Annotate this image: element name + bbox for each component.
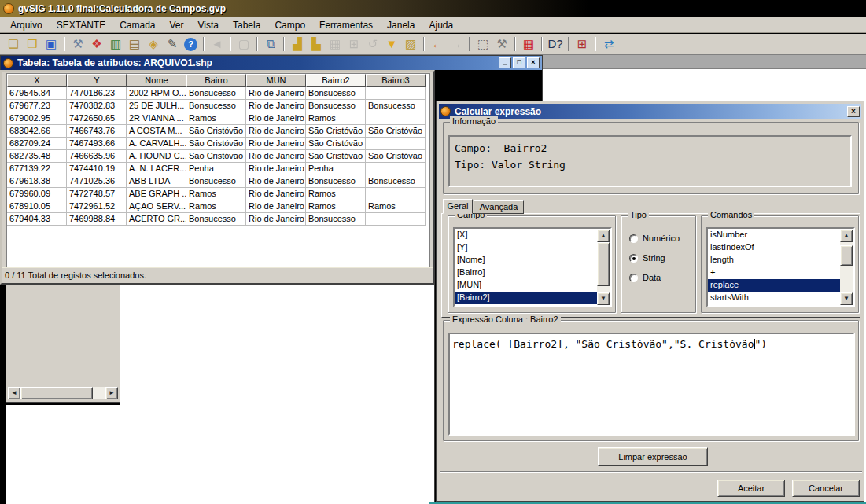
dialog-close-button[interactable]: × [847,106,860,117]
scroll-thumb[interactable] [20,387,93,399]
table-cell[interactable]: 7470186.23 [67,87,127,100]
table-cell[interactable]: 679404.33 [7,213,67,226]
table-cell[interactable]: Ramos [306,188,366,200]
table-cell[interactable]: Bonsucesso [186,213,246,226]
table-cell[interactable]: 7471025.36 [67,175,127,188]
radio-option-data[interactable]: Data [629,273,661,282]
table-cell[interactable]: 7469988.84 [67,213,127,226]
cancelar-button[interactable]: Cancelar [792,480,860,497]
scroll-right-button[interactable]: ► [105,387,118,399]
manage-fields-icon[interactable]: ▦ [520,36,537,52]
table-cell[interactable]: Bonsucesso [306,100,366,112]
scroll-up-button[interactable]: ▲ [597,230,610,242]
sync-layers-icon[interactable]: ⇄ [600,36,617,52]
refresh-icon[interactable]: ↺ [364,36,381,52]
table-cell[interactable]: Bonsucesso [366,100,426,112]
sextante-console-icon[interactable]: ▥ [107,36,124,52]
table-window-titlebar[interactable]: Tabela: Tabela de atributos: ARQUIVO1.sh… [0,55,543,70]
table-cell[interactable]: 2002 RPM O... [127,87,186,100]
table-cell[interactable]: Rio de Janeiro [246,213,306,226]
table-cell[interactable]: São Cristóvão [186,125,246,138]
table-cell[interactable] [366,87,426,100]
column-header-bairro3[interactable]: Bairro3 [366,74,426,87]
scroll-thumb[interactable] [840,245,853,266]
radio-option-string[interactable]: String [629,253,665,263]
close-button[interactable]: × [527,57,540,68]
table-cell[interactable]: 682735.48 [7,150,67,163]
table-cell[interactable]: 7466743.76 [67,125,127,138]
table-cell[interactable]: Ramos [186,112,246,125]
minimize-button[interactable]: _ [499,57,511,68]
table-cell[interactable]: São Cristóvão [366,125,426,138]
radio-button-icon[interactable] [629,234,638,243]
table-cell[interactable]: Ramos [186,188,246,200]
menu-item-arquivo[interactable]: Arquivo [3,19,50,31]
expression-textarea[interactable]: replace( [Bairro2], "São Cristóvão","S. … [448,333,855,436]
campo-item-nome[interactable]: [Nome] [455,254,598,267]
table-cell[interactable]: A. N. LACER... [127,163,186,175]
next-record-icon[interactable]: → [448,36,465,52]
table-cell[interactable]: 7474410.19 [67,163,127,175]
filter-icon[interactable]: ▼ [383,36,400,52]
comando-item-startswith[interactable]: startsWith [708,292,841,304]
table-cell[interactable]: 679960.09 [7,188,67,200]
campo-item-x[interactable]: [X] [455,229,598,241]
menu-item-vista[interactable]: Vista [191,19,226,31]
table-cell[interactable]: Ramos [366,200,426,213]
table-cell[interactable]: AÇAO SERV... [127,200,186,213]
table-cell[interactable]: 7472650.65 [67,112,127,125]
table-cell[interactable] [366,112,426,125]
campo-item-bairro3[interactable]: [Bairro3] [455,304,598,307]
tab-avancada[interactable]: Avançada [474,200,524,214]
table-cell[interactable]: Bonsucesso [186,87,246,100]
window-layout-icon[interactable]: ▢ [235,36,252,52]
print-icon[interactable]: ⧉ [262,36,279,52]
table-cell[interactable]: 677139.22 [7,163,67,175]
sextante-history-icon[interactable]: ▤ [126,36,143,52]
radio-button-icon[interactable] [629,254,638,263]
table-cell[interactable]: Rio de Janeiro [246,163,306,175]
field-info-icon[interactable]: D? [547,36,564,52]
table-cell[interactable]: São Cristóvão [186,150,246,163]
table-cell[interactable]: Bonsucesso [306,213,366,226]
sort-descending-icon[interactable]: ▙ [308,36,325,52]
table-cell[interactable]: 7472961.52 [67,200,127,213]
comando-item-length[interactable]: length [708,254,841,267]
menu-item-camada[interactable]: Camada [112,19,162,31]
table-cell[interactable]: 679677.23 [7,100,67,112]
tools-icon[interactable]: ⚒ [493,36,510,52]
sextante-toolbox-icon[interactable]: ⚒ [69,36,87,52]
menu-item-sextante[interactable]: SEXTANTE [50,19,112,31]
table-cell[interactable]: ABE GRAPH ... [127,188,186,200]
join-tables-icon[interactable]: ⊞ [345,36,363,52]
table-cell[interactable]: Rio de Janeiro [246,150,306,163]
sextante-modeler-icon[interactable]: ❖ [88,36,105,52]
table-cell[interactable]: 679618.38 [7,175,67,188]
table-cell[interactable]: Penha [186,163,246,175]
table-cell[interactable]: ABB LTDA [127,175,186,188]
column-header-bairro2[interactable]: Bairro2 [306,74,366,87]
radio-option-num-rico[interactable]: Numérico [629,234,680,243]
table-cell[interactable] [366,138,426,150]
column-header-y[interactable]: Y [67,74,127,87]
comando-item-isnumber[interactable]: isNumber [708,229,841,241]
tab-geral[interactable]: Geral [443,199,473,214]
table-cell[interactable]: Bonsucesso [186,100,246,112]
table-cell[interactable]: 683042.66 [7,125,67,138]
menu-item-tabela[interactable]: Tabela [226,19,267,31]
table-cell[interactable]: Rio de Janeiro [246,125,306,138]
table-cell[interactable]: Bonsucesso [366,175,426,188]
help-icon[interactable]: ? [184,38,197,51]
table-cell[interactable]: Ramos [306,200,366,213]
table-cell[interactable] [366,188,426,200]
scroll-down-button[interactable]: ▼ [597,292,610,305]
scroll-down-button[interactable]: ▼ [840,292,853,305]
table-cell[interactable]: 2R VIANNA ... [127,112,186,125]
table-cell[interactable]: 25 DE JULH... [127,100,186,112]
complex-selection-icon[interactable]: ⬚ [474,36,492,52]
campo-scrollbar[interactable]: ▲ ▼ [597,230,610,305]
campo-item-bairro2[interactable]: [Bairro2] [455,292,598,304]
previous-record-icon[interactable]: ← [429,36,446,52]
table-cell[interactable]: Rio de Janeiro [246,138,306,150]
table-cell[interactable]: Ramos [186,200,246,213]
